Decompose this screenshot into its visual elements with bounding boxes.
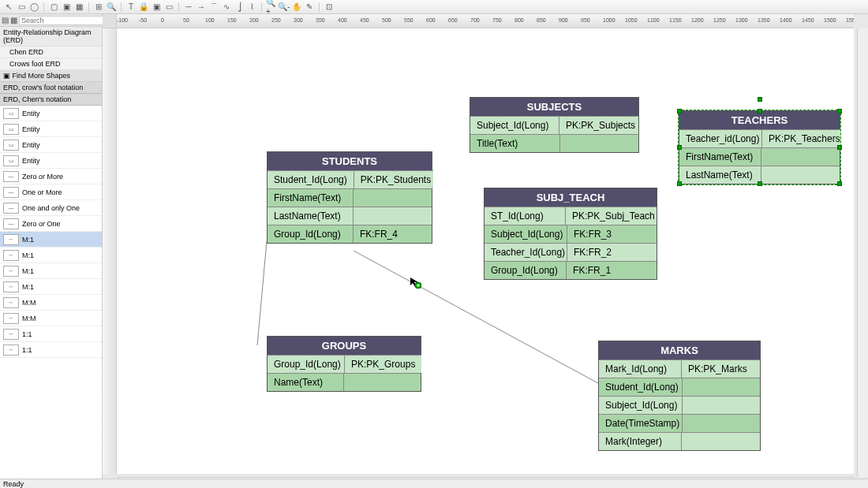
screen2-tool-icon[interactable]: ▣ xyxy=(151,2,162,13)
shape-label: Entity xyxy=(22,110,40,117)
toggle2-icon[interactable]: ▦ xyxy=(10,15,17,26)
shape-panel: ▤ ▦ Entity-Relationship Diagram (ERD) Ch… xyxy=(0,14,103,488)
search-input[interactable] xyxy=(19,16,112,25)
field-key xyxy=(354,188,432,207)
shape-item[interactable]: ▭Entity xyxy=(0,121,102,137)
zoomout-tool-icon[interactable]: 🔍- xyxy=(279,2,290,13)
rect-tool-icon[interactable]: ▭ xyxy=(16,2,27,13)
shape-item[interactable]: ▭Entity xyxy=(0,137,102,153)
field-key xyxy=(761,147,840,166)
shape-item[interactable]: ↔M:1 xyxy=(0,248,102,263)
entity-title: GROUPS xyxy=(268,337,421,355)
entity-row: Subject_Id(Long) xyxy=(599,396,760,414)
shape-preview-icon: ↔ xyxy=(3,313,19,324)
entity-subjects[interactable]: SUBJECTSSubject_Id(Long)PK:PK_SubjectsTi… xyxy=(470,97,639,153)
field-name: Subject_Id(Long) xyxy=(470,116,559,134)
hand-tool-icon[interactable]: ✋ xyxy=(291,2,302,13)
shape-item[interactable]: ↔M:M xyxy=(0,295,102,311)
text-tool-icon[interactable]: T xyxy=(125,2,137,13)
fit-tool-icon[interactable]: ⊡ xyxy=(324,2,335,13)
shape-preview-icon: ▭ xyxy=(3,140,19,151)
shape-preview-icon: ↔ xyxy=(3,281,19,292)
bez-tool-icon[interactable]: ⌇ xyxy=(246,2,257,13)
entity-row: Teacher_Id(Long)FK:FR_2 xyxy=(485,243,657,261)
shape-label: Entity xyxy=(22,141,40,149)
tree-item-chen[interactable]: Chen ERD xyxy=(0,47,102,58)
svg-marker-2 xyxy=(410,278,418,287)
ellipse-tool-icon[interactable]: ◯ xyxy=(28,2,39,13)
field-key: FK:FR_2 xyxy=(567,243,657,261)
shape-item[interactable]: ↔M:1 xyxy=(0,263,102,279)
field-key xyxy=(761,166,840,184)
zoomin-tool-icon[interactable]: 🔍+ xyxy=(266,2,277,13)
shape-preview-icon: ▭ xyxy=(3,124,19,135)
shape-label: 1:1 xyxy=(22,346,32,354)
zoom-tool-icon[interactable]: 🔍 xyxy=(106,2,117,13)
doc-tool-icon[interactable]: ▭ xyxy=(163,2,174,13)
tree-root[interactable]: Entity-Relationship Diagram (ERD) xyxy=(0,27,102,47)
toggle1-icon[interactable]: ▤ xyxy=(2,15,9,26)
entity-row: Student_Id(Long)PK:PK_Students xyxy=(268,170,432,188)
field-key: FK:FR_4 xyxy=(354,225,432,243)
entity-groups[interactable]: GROUPSGroup_Id(Long)PK:PK_GroupsName(Tex… xyxy=(267,336,421,392)
entity-row: Subject_Id(Long)PK:PK_Subjects xyxy=(470,116,638,134)
entity-row: Student_Id(Long) xyxy=(599,378,760,396)
lock-tool-icon[interactable]: 🔒 xyxy=(138,2,149,13)
field-key: PK:PK_Teachers xyxy=(762,129,841,147)
add-cursor-icon xyxy=(410,278,418,285)
entity-title: SUBJECTS xyxy=(470,98,638,116)
entity-row: Teacher_id(Long)PK:PK_Teachers xyxy=(679,129,840,147)
entity-row: Group_Id(Long)FK:FR_4 xyxy=(268,225,432,243)
shape-item[interactable]: ↔M:1 xyxy=(0,232,102,248)
shape-item[interactable]: ↔1:1 xyxy=(0,326,102,342)
find-more-shapes[interactable]: ▣ Find More Shapes xyxy=(0,70,102,82)
field-key xyxy=(683,414,760,432)
grid-tool-icon[interactable]: ⊞ xyxy=(93,2,104,13)
tree-item-crows[interactable]: Crows foot ERD xyxy=(0,58,102,70)
shape-preview-icon: ▭ xyxy=(3,155,19,166)
entity-row: ST_Id(Long)PK:PK_Subj_Teach xyxy=(485,207,657,225)
shape-label: Entity xyxy=(22,157,40,165)
screen-tool-icon[interactable]: ▣ xyxy=(61,2,72,13)
shape-item[interactable]: ↔M:1 xyxy=(0,279,102,295)
shape-item[interactable]: ↔M:M xyxy=(0,311,102,326)
shape-item[interactable]: ▭Entity xyxy=(0,153,102,169)
shape-item[interactable]: —Zero or More xyxy=(0,169,102,184)
tag-crowsfoot[interactable]: ERD, crow's foot notation xyxy=(0,82,102,94)
canvas[interactable]: STUDENTSStudent_Id(Long)PK:PK_StudentsFi… xyxy=(117,28,854,474)
cube-tool-icon[interactable]: ▦ xyxy=(73,2,84,13)
field-key: FK:FR_1 xyxy=(567,261,657,279)
box-tool-icon[interactable]: ▢ xyxy=(48,2,59,13)
tag-chen[interactable]: ERD, Chen's notation xyxy=(0,94,102,106)
polyline-tool-icon[interactable]: ⎦ xyxy=(234,2,245,13)
field-name: Title(Text) xyxy=(470,134,560,152)
entity-row: Group_Id(Long)PK:PK_Groups xyxy=(268,355,421,373)
entity-students[interactable]: STUDENTSStudent_Id(Long)PK:PK_StudentsFi… xyxy=(267,151,432,244)
entity-teachers[interactable]: TEACHERSTeacher_id(Long)PK:PK_TeachersFi… xyxy=(679,110,840,184)
arrow-tool-icon[interactable]: → xyxy=(196,2,207,13)
entity-row: Name(Text) xyxy=(268,373,421,391)
entity-row: FirstName(Text) xyxy=(268,188,432,207)
entity-marks[interactable]: MARKSMark_Id(Long)PK:PK_MarksStudent_Id(… xyxy=(598,341,761,451)
shape-item[interactable]: —Zero or One xyxy=(0,216,102,232)
line-tool-icon[interactable]: ─ xyxy=(183,2,194,13)
status-text: Ready xyxy=(3,480,24,488)
pointer-tool-icon[interactable]: ↖ xyxy=(3,2,14,13)
edit-tool-icon[interactable]: ✎ xyxy=(304,2,315,13)
arc-tool-icon[interactable]: ⌒ xyxy=(208,2,219,13)
entity-subj_teach[interactable]: SUBJ_TEACHST_Id(Long)PK:PK_Subj_TeachSub… xyxy=(484,188,657,280)
ruler-vertical xyxy=(103,28,117,474)
shape-item[interactable]: ▭Entity xyxy=(0,106,102,121)
entity-row: FirstName(Text) xyxy=(679,147,840,166)
shape-preview-icon: ↔ xyxy=(3,345,19,356)
field-name: Mark_Id(Long) xyxy=(599,359,682,378)
shape-item[interactable]: ↔1:1 xyxy=(0,342,102,358)
svg-line-0 xyxy=(257,241,267,345)
ruler-horizontal: -100-50050100150200250300350400450500550… xyxy=(117,14,854,28)
scrollbar-v[interactable] xyxy=(857,28,868,477)
shape-preview-icon: ↔ xyxy=(3,234,19,245)
shape-preview-icon: — xyxy=(3,187,19,198)
shape-item[interactable]: —One or More xyxy=(0,184,102,200)
shape-item[interactable]: —One and only One xyxy=(0,200,102,216)
curve-tool-icon[interactable]: ∿ xyxy=(221,2,232,13)
